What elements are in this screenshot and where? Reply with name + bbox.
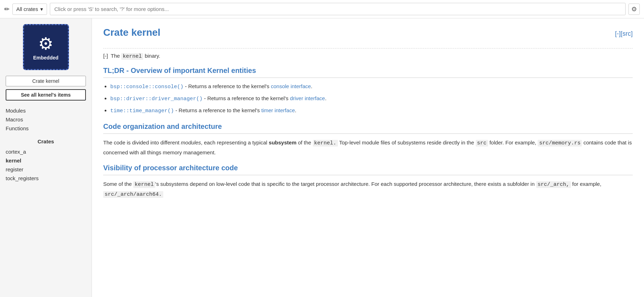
section2-divider (103, 133, 633, 134)
sidebar-nav: Modules Macros Functions (0, 106, 92, 133)
crate-item-tock_registers[interactable]: tock_registers (6, 174, 86, 183)
pencil-icon[interactable]: ✏ (4, 5, 10, 13)
settings-icon[interactable]: ⚙ (628, 4, 640, 15)
crate-name: kernel (131, 27, 160, 38)
crate-button[interactable]: Crate kernel (6, 76, 86, 86)
time-manager-link[interactable]: time::time_manager() (110, 108, 174, 114)
bsp-driver-link[interactable]: bsp::driver::driver_manager() (110, 96, 203, 102)
page-title: Crate kernel (103, 27, 160, 38)
crate-selector-label: All crates (16, 6, 38, 12)
bsp-console-link[interactable]: bsp::console::console() (110, 84, 183, 90)
gear-logo-icon: ⚙ (38, 34, 53, 53)
collapse-marker[interactable]: [-] (103, 53, 108, 59)
binary-description: [-] The kernel binary. (103, 53, 633, 59)
crate-item-cortex_a[interactable]: cortex_a (6, 147, 86, 156)
sidebar: ⚙ Embedded Crate kernel See all kernel's… (0, 18, 92, 297)
title-row: Crate kernel [-][src] (103, 27, 633, 44)
chevron-down-icon: ▾ (40, 6, 43, 12)
crates-section-title: Crates (0, 133, 92, 147)
timer-interface-link[interactable]: timer interface (261, 107, 295, 113)
main-content: Crate kernel [-][src] [-] The kernel bin… (92, 18, 644, 297)
logo-label: Embedded (33, 55, 59, 61)
driver-interface-link[interactable]: driver interface (290, 95, 325, 101)
section1-heading[interactable]: TL;DR - Overview of important Kernel ent… (103, 67, 633, 75)
crate-selector[interactable]: All crates ▾ (12, 4, 47, 15)
list-item: time::time_manager() - Returns a referen… (110, 106, 633, 115)
section2-body: The code is divided into different modul… (103, 138, 633, 157)
list-item: bsp::console::console() - Returns a refe… (110, 82, 633, 91)
kernel-mono: kernel (121, 53, 143, 60)
crate-label: Crate (103, 27, 129, 38)
sidebar-item-macros[interactable]: Macros (6, 115, 86, 124)
top-bar: ✏ All crates ▾ ⚙ (0, 0, 644, 18)
all-items-button[interactable]: See all kernel's items (6, 89, 86, 101)
section3-heading[interactable]: Visibility of processor architecture cod… (103, 164, 633, 172)
sidebar-item-functions[interactable]: Functions (6, 124, 86, 133)
section3-divider (103, 175, 633, 175)
title-divider (103, 48, 633, 48)
sidebar-item-modules[interactable]: Modules (6, 106, 86, 115)
sidebar-logo: ⚙ Embedded (0, 24, 92, 70)
section2-heading[interactable]: Code organization and architecture (103, 122, 633, 131)
section1-divider (103, 78, 633, 78)
list-item: bsp::driver::driver_manager() - Returns … (110, 94, 633, 103)
search-input[interactable] (50, 3, 626, 15)
console-interface-link[interactable]: console interface (271, 83, 311, 89)
crate-item-kernel[interactable]: kernel (6, 156, 86, 165)
src-link[interactable]: [-][src] (615, 30, 633, 38)
crates-list: cortex_a kernel register tock_registers (0, 147, 92, 183)
logo-box: ⚙ Embedded (23, 24, 69, 70)
section1-list: bsp::console::console() - Returns a refe… (103, 82, 633, 115)
crate-item-register[interactable]: register (6, 165, 86, 174)
main-layout: ⚙ Embedded Crate kernel See all kernel's… (0, 18, 644, 297)
section3-body: Some of the kernel's subsystems depend o… (103, 179, 633, 199)
